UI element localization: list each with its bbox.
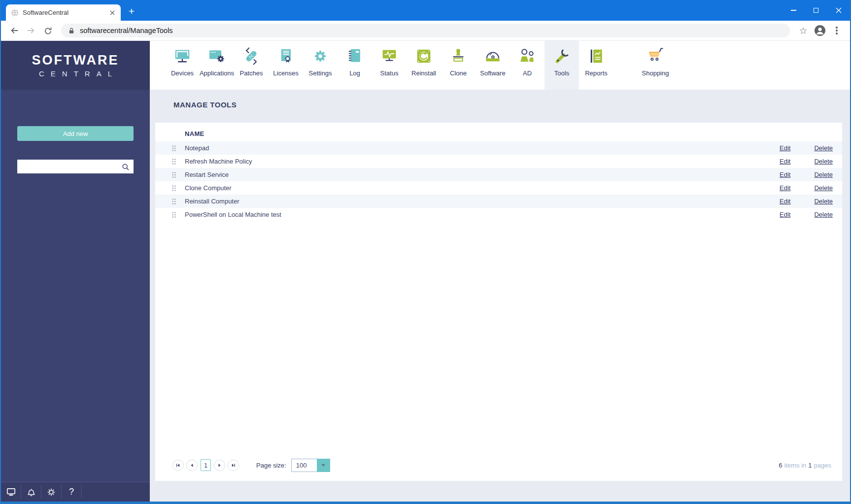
logo-line2: CENTRAL xyxy=(39,69,118,78)
remote-desktop-button[interactable] xyxy=(1,485,21,499)
search-input[interactable] xyxy=(21,163,121,171)
first-page-button[interactable] xyxy=(172,460,184,471)
top-nav: Devices Applications Patches Licenses Se… xyxy=(150,41,850,90)
nav-item-tools[interactable]: Tools xyxy=(545,41,579,90)
prev-page-button[interactable] xyxy=(186,460,198,471)
table-row: Restart Service Edit Delete xyxy=(155,168,842,181)
logo-line1: SOFTWARE xyxy=(32,53,119,68)
search-icon xyxy=(121,163,130,171)
back-button[interactable] xyxy=(7,24,21,37)
nav-item-devices[interactable]: Devices xyxy=(165,41,200,90)
forward-button[interactable] xyxy=(24,24,38,37)
pages-summary-text: pages xyxy=(814,462,831,469)
last-page-button[interactable] xyxy=(228,460,239,471)
page-size-label: Page size: xyxy=(256,462,286,469)
last-page-icon xyxy=(231,463,236,468)
edit-link[interactable]: Edit xyxy=(780,184,790,192)
help-icon: ? xyxy=(69,487,74,497)
nav-item-shopping[interactable]: Shopping xyxy=(638,41,673,90)
nav-item-settings[interactable]: Settings xyxy=(303,41,338,90)
main-area: Devices Applications Patches Licenses Se… xyxy=(150,41,850,502)
edit-link[interactable]: Edit xyxy=(780,171,790,178)
edit-link[interactable]: Edit xyxy=(780,144,790,152)
applications-icon xyxy=(207,46,227,66)
nav-item-reports[interactable]: Reports xyxy=(579,41,613,90)
first-page-icon xyxy=(175,463,181,468)
delete-link[interactable]: Delete xyxy=(814,158,833,165)
url-bar[interactable]: softwarecentral/ManageTools xyxy=(61,24,790,37)
app-logo: SOFTWARE CENTRAL xyxy=(1,41,150,90)
drag-handle-icon[interactable] xyxy=(171,171,185,178)
favicon-icon xyxy=(11,9,19,17)
tab-title: SoftwareCentral xyxy=(23,9,108,16)
drag-handle-icon[interactable] xyxy=(171,185,185,192)
tools-table-card: NAME Notepad Edit Delete Refresh Machine… xyxy=(155,123,842,481)
window-maximize-button[interactable] xyxy=(805,0,827,21)
nav-item-software[interactable]: Software xyxy=(476,41,510,90)
nav-item-licenses[interactable]: Licenses xyxy=(269,41,303,90)
tool-name: Reinstall Computer xyxy=(185,198,756,205)
edit-link[interactable]: Edit xyxy=(780,211,790,218)
table-row: PowerShell on Local Machine test Edit De… xyxy=(155,208,842,221)
reinstall-icon xyxy=(414,46,434,66)
window-minimize-button[interactable] xyxy=(782,0,805,21)
drag-handle-icon[interactable] xyxy=(171,198,185,205)
delete-link[interactable]: Delete xyxy=(814,211,833,218)
drag-handle-icon[interactable] xyxy=(171,211,185,218)
nav-item-reinstall[interactable]: Reinstall xyxy=(407,41,441,90)
help-button[interactable]: ? xyxy=(62,485,82,499)
delete-link[interactable]: Delete xyxy=(814,144,833,152)
lock-icon xyxy=(68,27,75,34)
add-new-button[interactable]: Add new xyxy=(17,126,134,141)
table-header: NAME xyxy=(155,123,842,141)
window-close-button[interactable] xyxy=(827,0,850,21)
delete-link[interactable]: Delete xyxy=(814,184,833,192)
prev-page-icon xyxy=(189,463,195,468)
tool-name: Notepad xyxy=(185,144,756,152)
reports-icon xyxy=(586,46,606,66)
drag-handle-icon[interactable] xyxy=(171,145,185,152)
new-tab-button[interactable]: + xyxy=(125,4,138,18)
next-page-button[interactable] xyxy=(214,460,225,471)
sidebar: SOFTWARE CENTRAL Add new xyxy=(1,41,150,502)
table-row: Reinstall Computer Edit Delete xyxy=(155,195,842,208)
bell-icon xyxy=(27,487,36,497)
nav-item-ad[interactable]: AD xyxy=(510,41,545,90)
profile-avatar[interactable] xyxy=(813,24,827,37)
settings-button[interactable] xyxy=(41,485,62,499)
table-empty-space xyxy=(155,221,842,453)
browser-menu-icon[interactable] xyxy=(830,24,844,37)
nav-item-applications[interactable]: Applications xyxy=(200,41,234,90)
nav-item-log[interactable]: Log xyxy=(338,41,372,90)
tool-name: Restart Service xyxy=(185,171,756,178)
reload-button[interactable] xyxy=(41,24,55,37)
status-icon xyxy=(379,46,399,66)
notifications-button[interactable] xyxy=(21,485,41,499)
items-summary: 6 items in 1 pages xyxy=(779,462,831,469)
delete-link[interactable]: Delete xyxy=(814,198,833,205)
edit-link[interactable]: Edit xyxy=(780,158,790,165)
browser-toolbar: softwarecentral/ManageTools ☆ xyxy=(1,21,850,41)
ad-icon xyxy=(517,46,537,66)
nav-item-clone[interactable]: Clone xyxy=(441,41,476,90)
devices-icon xyxy=(172,46,192,66)
nav-item-status[interactable]: Status xyxy=(372,41,407,90)
nav-item-patches[interactable]: Patches xyxy=(234,41,269,90)
page-title: MANAGE TOOLS xyxy=(173,101,842,109)
pages-count: 1 xyxy=(808,462,812,469)
page-size-dropdown[interactable]: 100 xyxy=(291,459,330,472)
edit-link[interactable]: Edit xyxy=(780,198,790,205)
clone-icon xyxy=(448,46,468,66)
current-page-box[interactable]: 1 xyxy=(201,459,211,471)
drag-handle-icon[interactable] xyxy=(171,158,185,165)
tab-close-icon[interactable] xyxy=(108,8,117,17)
delete-link[interactable]: Delete xyxy=(814,171,833,178)
tool-name: Refresh Machine Policy xyxy=(185,158,756,165)
bookmark-star-icon[interactable]: ☆ xyxy=(796,24,810,37)
browser-tab[interactable]: SoftwareCentral xyxy=(6,4,121,21)
shopping-icon xyxy=(646,46,665,66)
url-text: softwarecentral/ManageTools xyxy=(80,27,173,34)
content-area: MANAGE TOOLS NAME Notepad Edit Delete xyxy=(150,90,850,502)
page-size-dropdown-arrow[interactable] xyxy=(317,459,330,472)
sidebar-searchbox[interactable] xyxy=(17,160,134,173)
